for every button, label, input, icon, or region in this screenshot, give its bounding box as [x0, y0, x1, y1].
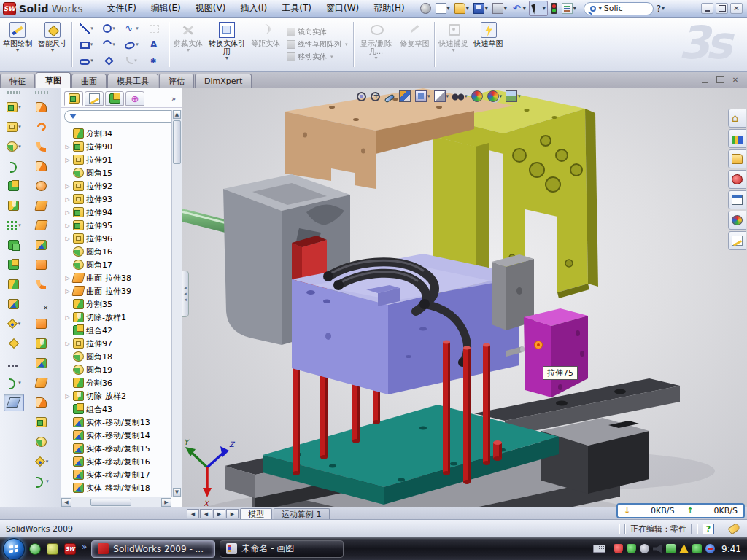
expand-arrow[interactable]: ▷: [64, 157, 71, 163]
input-method-keyboard-icon[interactable]: [593, 545, 605, 553]
surface-tool-button[interactable]: [31, 158, 52, 175]
doc-restore-button[interactable]: [714, 74, 726, 85]
view-tool-button[interactable]: [384, 92, 396, 101]
design-library-tab[interactable]: [728, 129, 746, 148]
sketch-entity-button[interactable]: ▾: [120, 52, 143, 69]
expand-arrow[interactable]: ▷: [64, 209, 71, 216]
tree-vertical-scrollbar[interactable]: ▲ ▼: [171, 110, 182, 497]
save-button[interactable]: ▾: [472, 1, 489, 15]
feature-tool-button[interactable]: [4, 177, 24, 195]
tab-nav-button[interactable]: ◀: [200, 509, 212, 518]
toolbar-grip[interactable]: [35, 91, 48, 94]
surface-tool-button[interactable]: [31, 256, 52, 273]
feature-tool-button[interactable]: [4, 236, 24, 254]
expand-arrow[interactable]: ▷: [64, 144, 71, 150]
trim-entities-button[interactable]: 剪裁实体▾: [171, 19, 205, 70]
tree-item[interactable]: 圆角15: [63, 166, 171, 179]
view-palette-tab[interactable]: [728, 190, 746, 209]
surface-tool-button[interactable]: [31, 118, 52, 136]
property-manager-tab[interactable]: [85, 91, 104, 106]
scroll-up-arrow[interactable]: ▲: [173, 110, 181, 119]
surface-tool-button[interactable]: [31, 394, 52, 411]
tree-item[interactable]: 实体-移动/复制17: [63, 468, 171, 481]
command-tab[interactable]: DimXpert: [195, 74, 252, 88]
expand-arrow[interactable]: ▷: [64, 183, 71, 190]
gphone-icon[interactable]: [666, 544, 676, 553]
tree-item[interactable]: 分割36: [63, 376, 171, 389]
custom-properties-tab[interactable]: [728, 231, 746, 250]
scroll-right-arrow[interactable]: ▶: [161, 498, 171, 507]
feature-tool-button[interactable]: ▾: [4, 217, 24, 234]
sketch-entity-button[interactable]: [143, 36, 166, 52]
help-button[interactable]: ?▾: [655, 2, 666, 15]
surface-tool-button[interactable]: ▾: [31, 453, 52, 470]
surface-tool-button[interactable]: [31, 335, 52, 352]
surface-tool-button[interactable]: [31, 177, 52, 195]
ejector-pins-right[interactable]: [443, 341, 490, 485]
minimize-button[interactable]: [701, 3, 713, 14]
tree-filter-input[interactable]: [64, 110, 179, 122]
feature-tool-button[interactable]: [4, 158, 24, 175]
menu-item[interactable]: 编辑(E): [144, 0, 187, 17]
doc-minimize-button[interactable]: [699, 74, 711, 85]
tree-item[interactable]: ▷ 曲面-拉伸38: [63, 271, 171, 284]
graphics-viewport[interactable]: Y Z X: [182, 88, 747, 507]
surface-tool-button[interactable]: [31, 276, 52, 293]
tree-item[interactable]: ▷ 拉伸91: [63, 153, 171, 166]
menu-item[interactable]: 视图(V): [189, 0, 233, 17]
rebuild-button[interactable]: [549, 1, 559, 15]
sketch-entity-button[interactable]: ▾: [75, 20, 98, 36]
sketch-entity-button[interactable]: ▾: [75, 36, 98, 52]
surface-tool-button[interactable]: [31, 433, 52, 451]
feature-tool-button[interactable]: ▾: [4, 374, 24, 392]
surface-tool-button[interactable]: [31, 138, 52, 155]
convert-entities-button[interactable]: 转换实体引用▾: [206, 19, 247, 70]
sketch-button[interactable]: 草图绘制▾: [1, 19, 34, 70]
redshield-icon[interactable]: [614, 544, 623, 553]
tree-item[interactable]: ▷ 拉伸96: [63, 232, 171, 245]
surface-tool-button[interactable]: [31, 354, 52, 372]
feature-tool-button[interactable]: [4, 197, 24, 214]
toolbar-grip[interactable]: [7, 91, 20, 94]
mold-assembly-3d-model[interactable]: Y Z X: [182, 88, 747, 507]
appearances-tab[interactable]: [728, 211, 746, 230]
tag-icon[interactable]: [727, 523, 740, 535]
menu-item[interactable]: 帮助(H): [367, 0, 411, 17]
search-results-tab[interactable]: [728, 170, 746, 189]
surface-tool-button[interactable]: [31, 236, 52, 254]
quick-tips-button[interactable]: ?: [703, 524, 714, 534]
sketch-entity-button[interactable]: [98, 52, 120, 69]
taskbar-window-button[interactable]: SolidWorks 2009 - ...: [91, 540, 215, 558]
tree-item[interactable]: 圆角17: [63, 258, 171, 271]
tree-item[interactable]: 组合42: [63, 324, 171, 337]
tree-item[interactable]: 实体-移动/复制16: [63, 455, 171, 468]
scroll-left-arrow[interactable]: ◀: [61, 498, 71, 507]
offset-entities-button[interactable]: 等距实体: [249, 19, 282, 70]
close-button[interactable]: ✕: [730, 3, 743, 14]
feature-tool-button[interactable]: ▾: [4, 315, 24, 332]
network-speed-widget[interactable]: ↓ 0KB/S ↑ 0KB/S: [616, 503, 745, 518]
view-tool-button[interactable]: ▾: [505, 90, 522, 103]
tree-item[interactable]: 实体-移动/复制18: [63, 481, 171, 494]
surface-tool-button[interactable]: [31, 413, 52, 431]
tree-item[interactable]: 实体-移动/复制13: [63, 416, 171, 429]
sketch-entity-button[interactable]: ▾: [120, 36, 143, 52]
badge-icon[interactable]: [640, 544, 649, 553]
view-tool-button[interactable]: ▾: [452, 90, 468, 103]
tab-nav-button[interactable]: ▶: [226, 509, 239, 518]
surface-tool-button[interactable]: [31, 315, 52, 332]
tree-item[interactable]: 实体-移动/复制14: [63, 429, 171, 442]
feature-tool-button[interactable]: [4, 354, 24, 372]
tree-item[interactable]: 分割35: [63, 298, 171, 311]
tree-item[interactable]: ▷ 拉伸92: [63, 179, 171, 192]
command-tab[interactable]: 模具工具: [107, 74, 158, 88]
expand-arrow[interactable]: ▷: [64, 393, 71, 400]
tree-item[interactable]: ▷ 拉伸93: [63, 192, 171, 206]
expand-arrow[interactable]: ▷: [64, 314, 71, 321]
blue-icon[interactable]: [705, 544, 715, 553]
quick-launch-overflow-chevron[interactable]: »: [82, 542, 87, 552]
start-button[interactable]: [3, 538, 25, 560]
tree-item[interactable]: 圆角16: [63, 245, 171, 258]
feature-tool-button[interactable]: [4, 335, 24, 352]
tree-item[interactable]: ▷ 拉伸97: [63, 337, 171, 350]
